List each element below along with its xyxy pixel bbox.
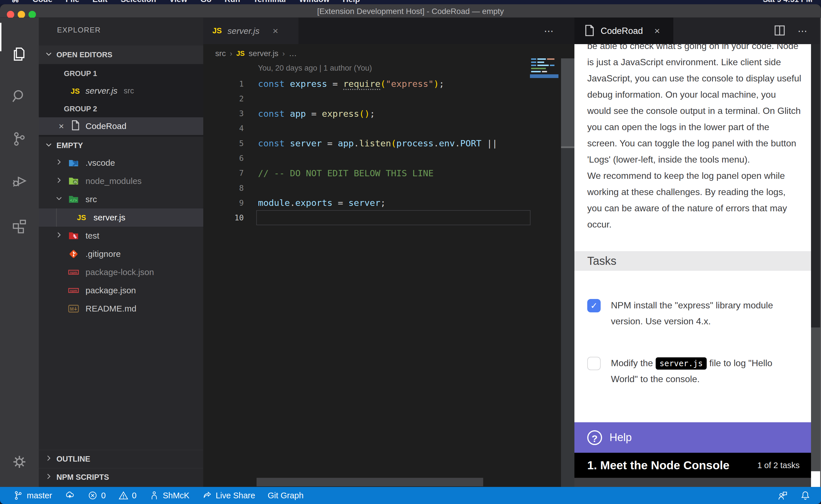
panel-scrollbar[interactable] [811, 44, 820, 487]
tree-item-label: package-lock.json [85, 267, 154, 277]
menu-terminal[interactable]: Terminal [253, 0, 286, 4]
task-text-line: version. Use version 4.x. [611, 313, 810, 329]
menu-edit[interactable]: Edit [92, 0, 107, 4]
tree-item-server-js[interactable]: JSserver.js [39, 208, 203, 227]
status-item-label: ShMcK [163, 491, 189, 500]
src-icon: </> [68, 194, 79, 205]
folder-section-header[interactable]: EMPTY [39, 137, 203, 154]
menu-selection[interactable]: Selection [120, 0, 156, 4]
sidebar-section-outline[interactable]: OUTLINE [39, 450, 203, 468]
bell-icon[interactable] [800, 490, 811, 501]
activity-search-icon[interactable] [0, 81, 39, 112]
status-item-sync[interactable] [65, 490, 75, 501]
file-icon [585, 25, 594, 37]
menu-help[interactable]: Help [343, 0, 360, 4]
lesson-footer[interactable]: 1. Meet the Node Console 1 of 2 tasks [574, 453, 811, 478]
open-editor-item-coderoad[interactable]: ×CodeRoad [39, 117, 203, 135]
apple-menu-icon[interactable]: ⌘ [11, 0, 19, 4]
menu-code[interactable]: Code [32, 0, 52, 4]
vscode-icon [68, 157, 79, 169]
feedback-icon[interactable] [777, 490, 788, 501]
code-line-5[interactable]: 5const server = app.listen(process.env.P… [203, 136, 561, 151]
line-number: 10 [203, 213, 244, 222]
editor-horizontal-scrollbar[interactable] [257, 478, 483, 486]
open-editors-header[interactable]: OPEN EDITORS [39, 46, 203, 64]
tree-item--gitignore[interactable]: .gitignore [39, 245, 203, 263]
help-section[interactable]: ? Help [574, 422, 811, 453]
chevron-down-icon [45, 50, 52, 60]
task-text-line: Modify the server.js file to log "Hello [611, 355, 810, 371]
vscode-window: ⌘CodeFileEditSelectionViewGoRunTerminalW… [0, 0, 821, 504]
status-item-0[interactable]: 0 [118, 490, 136, 501]
menu-go[interactable]: Go [200, 0, 212, 4]
tree-item-readme-md[interactable]: MREADME.md [39, 300, 203, 318]
menubar-status-area: Sat 9 4:51 PM [763, 0, 812, 4]
paragraph-line: occur. [587, 216, 804, 233]
share-icon [202, 490, 212, 501]
window-titlebar[interactable]: [Extension Development Host] - CodeRoad … [0, 4, 821, 18]
breadcrumb-item[interactable]: server.js [249, 49, 278, 58]
close-icon[interactable]: × [56, 121, 66, 132]
js-icon: JS [71, 86, 80, 96]
menu-run[interactable]: Run [225, 0, 240, 4]
sidebar-section-npm-scripts[interactable]: NPM SCRIPTS [39, 468, 203, 486]
tree-item-package-lock-json[interactable]: npmpackage-lock.json [39, 263, 203, 281]
status-item-git-graph[interactable]: Git Graph [268, 491, 304, 500]
chevron-right-icon [45, 473, 52, 482]
breadcrumb-item[interactable]: src [215, 49, 226, 58]
code-line-9[interactable]: 9module.exports = server; [203, 195, 561, 210]
window-title: [Extension Development Host] - CodeRoad … [0, 4, 821, 18]
code-line-1[interactable]: 1const express = require("express"); [203, 76, 561, 91]
tree-item-label: .vscode [85, 158, 115, 168]
code-line-10[interactable]: 10 [203, 210, 561, 225]
more-actions-icon[interactable]: ⋯ [798, 25, 808, 37]
editor-more-actions-icon[interactable]: ⋯ [544, 18, 554, 44]
code-line-4[interactable]: 4 [203, 121, 561, 136]
checkbox-unchecked[interactable] [587, 357, 600, 370]
minimap-slider[interactable] [530, 74, 558, 78]
activity-explorer-icon[interactable] [0, 38, 39, 70]
status-bar-left: master00ShMcKLive ShareGit Graph [13, 490, 304, 501]
inline-code-chip: server.js [656, 357, 707, 370]
status-item-master[interactable]: master [13, 490, 52, 501]
status-item-live-share[interactable]: Live Share [202, 490, 255, 501]
tab-server-js[interactable]: JS server.js × [203, 18, 299, 44]
status-item-0[interactable]: 0 [87, 490, 106, 501]
open-editor-item-server-js[interactable]: JSserver.jssrc [39, 82, 203, 100]
task-text-line: World" to the console. [611, 371, 810, 387]
editor-vertical-scrollbar[interactable] [561, 58, 574, 487]
js-file-icon: JS [213, 26, 222, 35]
tree-item-package-json[interactable]: npmpackage.json [39, 281, 203, 300]
line-number: 3 [203, 109, 244, 118]
close-tab-icon[interactable]: × [273, 25, 278, 36]
lesson-title: 1. Meet the Node Console [587, 459, 730, 472]
menu-file[interactable]: File [66, 0, 79, 4]
code-text: const app = express(); [258, 108, 375, 119]
code-line-7[interactable]: 7// -- DO NOT EDIT BELOW THIS LINE [203, 166, 561, 181]
activity-run-debug-icon[interactable] [0, 166, 39, 197]
checkbox-checked[interactable]: ✓ [587, 299, 600, 312]
activity-extensions-icon[interactable] [0, 210, 39, 241]
activity-source-control-icon[interactable] [0, 123, 39, 155]
menu-window[interactable]: Window [299, 0, 330, 4]
code-line-2[interactable]: 2 [203, 91, 561, 106]
breadcrumb-separator: › [230, 49, 232, 58]
tree-item-src[interactable]: </>src [39, 190, 203, 208]
code-line-6[interactable]: 6 [203, 151, 561, 166]
file-icon [71, 120, 80, 132]
branch-icon [13, 490, 23, 501]
tree-item-node_modules[interactable]: JSnode_modules [39, 172, 203, 190]
code-line-3[interactable]: 3const app = express(); [203, 106, 561, 121]
close-tab-icon[interactable]: × [654, 25, 660, 36]
menu-view[interactable]: View [169, 0, 187, 4]
coderoad-content: be able to check what's going on in your… [574, 44, 811, 487]
split-editor-icon[interactable] [774, 25, 785, 37]
breadcrumb-item[interactable]: … [289, 49, 297, 58]
code-line-8[interactable]: 8 [203, 181, 561, 195]
tree-item-test[interactable]: test [39, 227, 203, 245]
tab-coderoad[interactable]: CodeRoad × [574, 18, 673, 44]
tree-item--vscode[interactable]: .vscode [39, 154, 203, 172]
manage-gear-icon[interactable] [0, 446, 39, 478]
breadcrumb[interactable]: src›JSserver.js›… [215, 47, 297, 60]
status-item-shmck[interactable]: ShMcK [149, 490, 189, 501]
